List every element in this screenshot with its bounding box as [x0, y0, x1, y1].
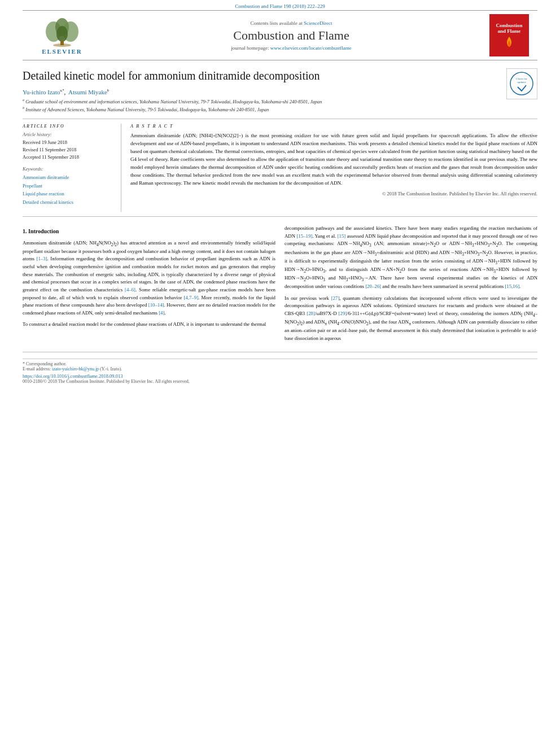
elsevier-logo: ELSEVIER [42, 16, 82, 55]
main-content: Check for updates Detailed kinetic model… [23, 60, 537, 346]
paper-body: 1. Introduction Ammonium dinitramide (AD… [23, 225, 537, 346]
author-2: Atsumi Miyake [68, 89, 107, 95]
svg-point-6 [53, 43, 71, 47]
history-subheading: Article history: [23, 132, 115, 137]
copyright-line: © 2018 The Combustion Institute. Publish… [130, 191, 537, 196]
check-updates-badge: Check for updates [506, 68, 537, 99]
ref-28[interactable]: [28] [307, 311, 315, 316]
svg-point-4 [56, 26, 68, 42]
elsevier-tree-icon [42, 16, 82, 47]
article-history: Article info Article history: Received 1… [23, 124, 115, 160]
keyword-2: Propellant [23, 182, 115, 190]
ref-4-6[interactable]: [4–6] [125, 287, 135, 292]
ref-15[interactable]: [15] [338, 233, 346, 239]
article-title: Detailed kinetic model for ammonium dini… [23, 68, 537, 83]
authors-line: Yu-ichiro Izatoa,*, Atsumi Miyakeb [23, 89, 537, 95]
ref-1-3[interactable]: [1–3] [37, 256, 47, 261]
received-date: Received 19 June 2018 [23, 139, 115, 146]
svg-text:Check for: Check for [516, 77, 527, 80]
journal-title-area: Contents lists available at ScienceDirec… [96, 14, 487, 56]
divider-2 [23, 216, 537, 217]
accepted-date: Accepted 11 September 2018 [23, 154, 115, 161]
intro-para-3: decomposition pathways and the associate… [285, 225, 537, 290]
intro-para-1: Ammonium dinitramide (ADN; NH4N(NO2)2) h… [23, 239, 275, 317]
science-direct-link[interactable]: ScienceDirect [304, 20, 332, 26]
issn-line: 0010-2180/© 2018 The Combustion Institut… [23, 379, 537, 384]
ref-4-7-9[interactable]: [4,7–9] [183, 295, 198, 300]
elsevier-logo-area: ELSEVIER [28, 14, 96, 56]
article-body: Article info Article history: Received 1… [23, 124, 537, 212]
science-direct-line: Contents lists available at ScienceDirec… [251, 20, 333, 26]
ref-27[interactable]: [27] [331, 295, 340, 301]
affiliation-b: b Institute of Advanced Sciences, Yokoha… [23, 106, 537, 113]
abstract-heading: A B S T R A C T [130, 124, 537, 129]
email-address[interactable]: izato-yuichiro-hk@ynu.jp [52, 366, 99, 372]
logo-line1: Combustion [496, 23, 522, 28]
abstract-column: A B S T R A C T Ammonium dinitramide (AD… [130, 124, 537, 212]
homepage-line: journal homepage: www.elsevier.com/locat… [231, 45, 351, 51]
divider-1 [23, 119, 537, 119]
journal-logo-box: Combustion and Flame [489, 14, 529, 56]
journal-logo-box-area: Combustion and Flame [487, 14, 532, 56]
ref-4[interactable]: [4] [159, 310, 164, 316]
email-line: E-mail address: izato-yuichiro-hk@ynu.jp… [23, 366, 537, 372]
keyword-1: Ammonium dinitramide [23, 173, 115, 181]
journal-reference: Combustion and Flame 198 (2018) 222–229 [0, 0, 560, 10]
keyword-4: Detailed chemical kinetics [23, 198, 115, 206]
abstract-text: Ammonium dinitramide (ADN; [NH4]+[N(NO2)… [130, 132, 537, 187]
revised-date: Revised 11 September 2018 [23, 146, 115, 154]
ref-15-16[interactable]: [15,16] [505, 283, 519, 289]
keywords-heading: Keywords: [23, 166, 115, 172]
keyword-3: Liquid phase reaction [23, 190, 115, 198]
article-info-column: Article info Article history: Received 1… [23, 124, 121, 212]
corresponding-author-note: * Corresponding author. E-mail address: … [23, 359, 537, 372]
journal-title: Combustion and Flame [233, 28, 349, 43]
paper-col-left: 1. Introduction Ammonium dinitramide (AD… [23, 225, 275, 346]
paper-col-right: decomposition pathways and the associate… [285, 225, 537, 346]
keywords-list: Ammonium dinitramide Propellant Liquid p… [23, 173, 115, 206]
affiliations: a Graduate school of environment and inf… [23, 98, 537, 113]
intro-para-4: In our previous work [27], quantum chemi… [285, 295, 537, 343]
logo-line2: and Flame [498, 28, 521, 34]
check-updates-icon: Check for updates [509, 71, 535, 97]
intro-para-2: To construct a detailed reaction model f… [23, 321, 275, 329]
svg-text:updates: updates [517, 81, 526, 84]
page-footer: * Corresponding author. E-mail address: … [23, 352, 537, 384]
journal-header: ELSEVIER Contents lists available at Sci… [23, 10, 537, 60]
ref-15-19[interactable]: [15–19] [296, 233, 312, 239]
affiliation-a: a Graduate school of environment and inf… [23, 98, 537, 106]
article-info-heading: Article info [23, 124, 115, 129]
author-1: Yu-ichiro Izato [23, 89, 60, 95]
ref-20-26[interactable]: [20–26] [365, 283, 381, 289]
elsevier-wordmark: ELSEVIER [42, 48, 82, 55]
homepage-link[interactable]: www.elsevier.com/locate/combustflame [270, 45, 352, 51]
flame-icon [504, 36, 515, 48]
ref-10-14[interactable]: [10–14] [148, 302, 164, 308]
intro-heading: 1. Introduction [23, 227, 275, 236]
corresp-label: * Corresponding author. [23, 361, 537, 366]
ref-29[interactable]: [29] [339, 311, 347, 316]
doi-link[interactable]: https://doi.org/10.1016/j.combustflame.2… [23, 373, 537, 379]
keywords-section: Keywords: Ammonium dinitramide Propellan… [23, 166, 115, 206]
